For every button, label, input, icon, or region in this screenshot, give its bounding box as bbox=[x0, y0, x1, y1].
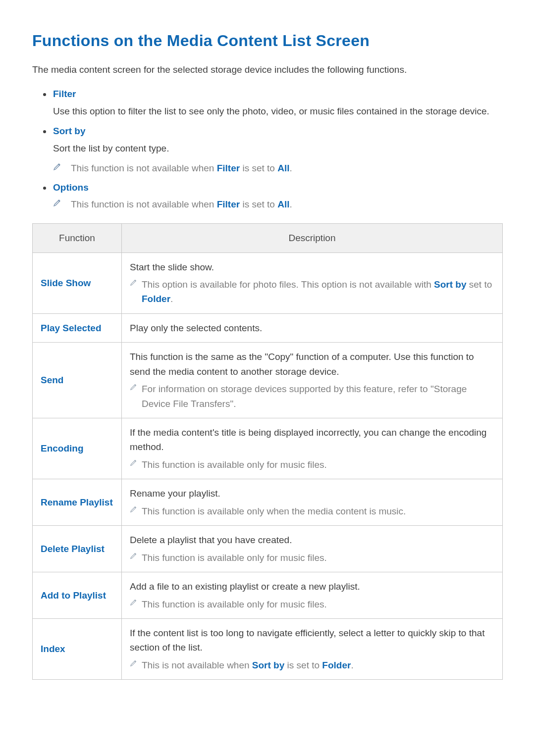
pencil-icon bbox=[130, 458, 138, 466]
intro-text: The media content screen for the selecte… bbox=[32, 62, 503, 77]
note-text: This function is not available when bbox=[71, 163, 217, 173]
note-text: This function is not available when bbox=[71, 199, 217, 209]
item-name: Options bbox=[53, 182, 89, 193]
function-description: This function is the same as the "Copy" … bbox=[122, 343, 503, 418]
function-description: Play only the selected contents. bbox=[122, 313, 503, 342]
desc-note: This function is available only for musi… bbox=[130, 457, 494, 472]
table-row: SendThis function is the same as the "Co… bbox=[33, 343, 503, 418]
pencil-icon bbox=[130, 505, 138, 513]
desc-text: Add a file to an existing playlist or cr… bbox=[130, 579, 494, 594]
note-keyword: Sort by bbox=[434, 279, 466, 290]
note-text: . bbox=[289, 199, 292, 209]
function-name: Play Selected bbox=[33, 313, 122, 342]
note-text: . bbox=[351, 660, 353, 670]
pencil-icon bbox=[53, 162, 62, 171]
table-row: Add to PlaylistAdd a file to an existing… bbox=[33, 572, 503, 619]
desc-text: Start the slide show. bbox=[130, 260, 494, 274]
note-text: . bbox=[170, 294, 173, 304]
col-description: Description bbox=[122, 224, 503, 252]
desc-text: If the content list is too long to navig… bbox=[130, 626, 494, 655]
function-description: Rename your playlist.This function is av… bbox=[122, 479, 503, 526]
item-desc: Sort the list by content type. bbox=[53, 141, 503, 155]
desc-note: This is not available when Sort by is se… bbox=[130, 658, 494, 672]
note-text: This function is available only when the… bbox=[142, 506, 406, 516]
note-text: For information on storage devices suppo… bbox=[142, 384, 467, 408]
function-description: If the content list is too long to navig… bbox=[122, 618, 503, 679]
note-keyword: Sort by bbox=[252, 660, 284, 670]
note-text: This option is available for photo files… bbox=[142, 279, 434, 290]
functions-table: Function Description Slide ShowStart the… bbox=[32, 223, 503, 680]
function-name: Send bbox=[33, 343, 122, 418]
note-keyword: Folder bbox=[142, 294, 170, 304]
table-row: EncodingIf the media content's title is … bbox=[33, 418, 503, 479]
list-item: Filter Use this option to filter the lis… bbox=[52, 87, 503, 119]
pencil-icon bbox=[130, 552, 138, 559]
note-text: This function is available only for musi… bbox=[142, 599, 327, 609]
note-text: is set to bbox=[240, 163, 277, 173]
item-name: Sort by bbox=[53, 126, 85, 136]
table-row: IndexIf the content list is too long to … bbox=[33, 618, 503, 679]
pencil-icon bbox=[130, 659, 138, 667]
table-row: Rename PlaylistRename your playlist.This… bbox=[33, 479, 503, 526]
feature-list: Filter Use this option to filter the lis… bbox=[32, 87, 503, 211]
desc-text: If the media content's title is being di… bbox=[130, 425, 494, 454]
note-text: This function is available only for musi… bbox=[142, 553, 327, 563]
note-keyword: Filter bbox=[217, 199, 240, 209]
item-name: Filter bbox=[53, 89, 76, 99]
pencil-icon bbox=[53, 198, 62, 207]
table-row: Slide ShowStart the slide show.This opti… bbox=[33, 252, 503, 313]
pencil-icon bbox=[130, 598, 138, 606]
note-text: This function is available only for musi… bbox=[142, 459, 327, 470]
desc-note: This option is available for photo files… bbox=[130, 277, 494, 306]
note-text: set to bbox=[466, 279, 492, 290]
function-name: Slide Show bbox=[33, 252, 122, 313]
item-note: This function is not available when Filt… bbox=[53, 161, 503, 175]
note-text: This is not available when bbox=[142, 660, 252, 670]
page-title: Functions on the Media Content List Scre… bbox=[32, 29, 503, 53]
function-description: Add a file to an existing playlist or cr… bbox=[122, 572, 503, 619]
note-text: . bbox=[289, 163, 292, 173]
desc-text: Play only the selected contents. bbox=[130, 321, 494, 335]
function-description: Delete a playlist that you have created.… bbox=[122, 526, 503, 572]
note-text: is set to bbox=[284, 660, 322, 670]
table-row: Delete PlaylistDelete a playlist that yo… bbox=[33, 526, 503, 572]
list-item: Options This function is not available w… bbox=[52, 180, 503, 211]
function-description: Start the slide show.This option is avai… bbox=[122, 252, 503, 313]
note-text: is set to bbox=[240, 199, 277, 209]
note-keyword: Filter bbox=[217, 163, 240, 173]
note-keyword: All bbox=[277, 199, 289, 209]
pencil-icon bbox=[130, 278, 138, 286]
table-row: Play SelectedPlay only the selected cont… bbox=[33, 313, 503, 342]
function-name: Encoding bbox=[33, 418, 122, 479]
desc-note: This function is available only when the… bbox=[130, 504, 494, 518]
desc-text: This function is the same as the "Copy" … bbox=[130, 350, 494, 379]
desc-note: For information on storage devices suppo… bbox=[130, 382, 494, 411]
item-note: This function is not available when Filt… bbox=[53, 197, 503, 211]
function-description: If the media content's title is being di… bbox=[122, 418, 503, 479]
desc-note: This function is available only for musi… bbox=[130, 551, 494, 565]
item-desc: Use this option to filter the list to se… bbox=[53, 104, 503, 118]
note-keyword: Folder bbox=[322, 660, 351, 670]
desc-text: Rename your playlist. bbox=[130, 486, 494, 501]
list-item: Sort by Sort the list by content type. T… bbox=[52, 124, 503, 175]
desc-note: This function is available only for musi… bbox=[130, 597, 494, 611]
desc-text: Delete a playlist that you have created. bbox=[130, 533, 494, 547]
note-keyword: All bbox=[277, 163, 289, 173]
function-name: Rename Playlist bbox=[33, 479, 122, 526]
function-name: Add to Playlist bbox=[33, 572, 122, 619]
col-function: Function bbox=[33, 224, 122, 252]
function-name: Delete Playlist bbox=[33, 526, 122, 572]
function-name: Index bbox=[33, 618, 122, 679]
pencil-icon bbox=[130, 383, 138, 391]
